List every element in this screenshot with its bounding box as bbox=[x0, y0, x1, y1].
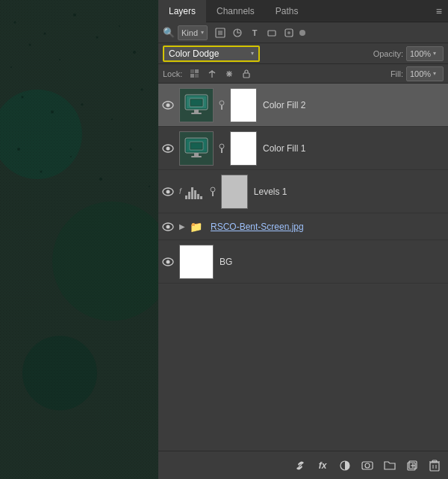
layer-name: Levels 1 bbox=[251, 187, 445, 197]
layer-item[interactable]: f Levels 1 bbox=[158, 170, 448, 213]
layer-name: Color Fill 1 bbox=[260, 143, 445, 154]
svg-point-22 bbox=[99, 178, 102, 181]
fx-button[interactable]: fx bbox=[314, 457, 332, 475]
svg-rect-61 bbox=[221, 148, 223, 153]
layer-item[interactable]: ▶ 📁 RSCO-Bent-Screen.jpg bbox=[158, 213, 448, 240]
tab-channels[interactable]: Channels bbox=[206, 0, 265, 22]
panel-menu-icon[interactable]: ≡ bbox=[436, 5, 442, 17]
layer-link-icon bbox=[217, 143, 227, 154]
fill-value-text: 100% bbox=[410, 69, 431, 78]
svg-point-19 bbox=[17, 148, 20, 151]
folder-icon: 📁 bbox=[190, 221, 202, 233]
svg-point-53 bbox=[167, 146, 170, 150]
svg-rect-31 bbox=[190, 69, 194, 73]
shape-filter-icon[interactable] bbox=[265, 26, 279, 40]
layer-fx-area: f bbox=[179, 184, 205, 199]
opacity-input[interactable]: 100% ▾ bbox=[406, 46, 444, 61]
filter-dot-indicator bbox=[299, 30, 305, 36]
opacity-section: Opacity: 100% ▾ bbox=[373, 46, 444, 61]
lock-all-button[interactable] bbox=[240, 67, 253, 81]
lock-image-button[interactable] bbox=[205, 67, 219, 81]
svg-point-4 bbox=[22, 336, 97, 410]
layer-thumbnail bbox=[179, 88, 214, 122]
svg-rect-56 bbox=[194, 153, 199, 156]
opacity-label: Opacity: bbox=[373, 49, 403, 58]
lock-icons bbox=[188, 67, 253, 81]
svg-point-64 bbox=[211, 187, 215, 192]
canvas-area bbox=[0, 0, 158, 479]
svg-point-17 bbox=[111, 119, 113, 120]
svg-point-5 bbox=[14, 22, 16, 24]
svg-rect-47 bbox=[191, 113, 202, 114]
layer-item[interactable]: Color Fill 1 bbox=[158, 127, 448, 170]
svg-rect-33 bbox=[190, 74, 194, 78]
lock-label: Lock: bbox=[163, 69, 182, 78]
layer-visibility-toggle[interactable] bbox=[160, 184, 176, 200]
layer-visibility-toggle[interactable] bbox=[160, 140, 176, 157]
layer-name: Color Fill 2 bbox=[260, 100, 445, 110]
new-layer-button[interactable] bbox=[403, 457, 421, 475]
layer-item[interactable]: BG bbox=[158, 240, 448, 284]
svg-point-15 bbox=[51, 110, 54, 113]
svg-rect-65 bbox=[212, 192, 214, 196]
svg-rect-28 bbox=[268, 31, 276, 36]
delete-button[interactable] bbox=[426, 457, 444, 475]
svg-rect-32 bbox=[195, 69, 199, 73]
layer-visibility-toggle[interactable] bbox=[160, 254, 176, 270]
bottom-toolbar: fx bbox=[158, 451, 448, 479]
svg-point-24 bbox=[149, 186, 150, 187]
kind-dropdown[interactable]: Kind ▾ bbox=[178, 25, 208, 40]
fx-label: f bbox=[179, 187, 181, 195]
layer-visibility-toggle[interactable] bbox=[160, 219, 176, 235]
svg-point-16 bbox=[81, 104, 84, 106]
tab-paths[interactable]: Paths bbox=[265, 0, 309, 22]
svg-rect-49 bbox=[191, 100, 202, 105]
svg-rect-40 bbox=[243, 73, 249, 78]
svg-point-11 bbox=[96, 37, 99, 39]
histogram-icon bbox=[185, 184, 202, 199]
svg-point-8 bbox=[44, 33, 46, 35]
svg-point-73 bbox=[365, 463, 370, 468]
layer-item[interactable]: Color Fill 2 bbox=[158, 84, 448, 127]
svg-point-69 bbox=[167, 260, 170, 263]
svg-point-30 bbox=[287, 31, 290, 34]
svg-point-3 bbox=[52, 201, 158, 321]
svg-point-7 bbox=[10, 66, 12, 68]
blend-mode-dropdown[interactable]: Color Dodge ▾ bbox=[163, 46, 260, 62]
tab-layers[interactable]: Layers bbox=[158, 0, 206, 22]
link-button[interactable] bbox=[291, 457, 309, 475]
svg-point-2 bbox=[0, 90, 82, 179]
filter-row: 🔍 Kind ▾ T bbox=[158, 22, 448, 43]
adjustment-filter-icon[interactable] bbox=[231, 26, 244, 40]
layer-visibility-toggle[interactable] bbox=[160, 97, 176, 113]
lock-pixels-button[interactable] bbox=[188, 67, 202, 81]
opacity-arrow: ▾ bbox=[433, 50, 436, 57]
new-fill-button[interactable] bbox=[336, 457, 354, 475]
layer-mask-thumbnail bbox=[221, 175, 248, 209]
svg-point-18 bbox=[141, 89, 143, 91]
fill-label: Fill: bbox=[391, 69, 403, 78]
search-icon: 🔍 bbox=[163, 27, 175, 38]
fill-input[interactable]: 100% ▾ bbox=[406, 66, 444, 81]
layers-empty-area bbox=[158, 284, 448, 433]
svg-point-67 bbox=[167, 225, 170, 228]
layer-thumbnail bbox=[179, 131, 214, 166]
fx-text: fx bbox=[319, 460, 327, 471]
fill-arrow: ▾ bbox=[433, 70, 436, 77]
blend-mode-row: Color Dodge ▾ Opacity: 100% ▾ bbox=[158, 43, 448, 64]
group-button[interactable] bbox=[381, 457, 399, 475]
smart-filter-icon[interactable] bbox=[282, 26, 296, 40]
svg-point-42 bbox=[167, 103, 170, 107]
text-filter-icon[interactable]: T bbox=[248, 26, 261, 40]
mask-button[interactable] bbox=[358, 457, 376, 475]
layer-mask-thumbnail bbox=[230, 88, 257, 122]
blend-mode-label: Color Dodge bbox=[169, 48, 219, 59]
svg-point-20 bbox=[40, 171, 43, 173]
layer-name: BG bbox=[217, 257, 445, 267]
svg-point-9 bbox=[59, 59, 60, 60]
lock-position-button[interactable] bbox=[223, 67, 236, 81]
svg-point-13 bbox=[133, 51, 136, 54]
pixel-filter-icon[interactable] bbox=[214, 26, 227, 40]
tabs-row: Layers Channels Paths ≡ bbox=[158, 0, 448, 22]
folder-expand-arrow[interactable]: ▶ bbox=[179, 222, 185, 231]
